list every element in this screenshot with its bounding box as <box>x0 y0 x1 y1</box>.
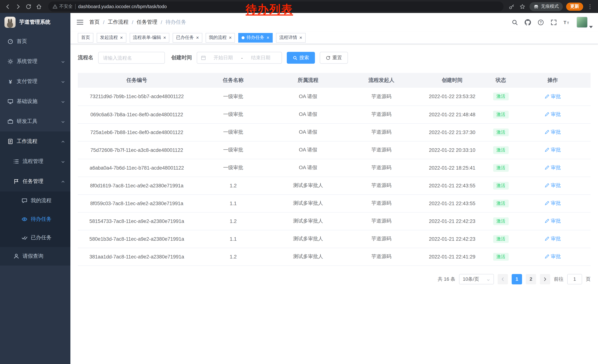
content-area: 流程名 创建时间 开始日期 - 结束日期 搜索 重 <box>70 44 598 364</box>
tab-process-detail[interactable]: 流程详情 × <box>276 33 306 42</box>
pencil-icon <box>544 165 549 170</box>
breadcrumb-workflow[interactable]: 工作流程 <box>108 19 129 25</box>
address-bar[interactable]: 不安全 dashboard.yudao.iocoder.cn/bpm/task/… <box>48 1 504 11</box>
tab-start-process[interactable]: 发起流程 × <box>97 33 126 42</box>
sidebar-item-leave-query[interactable]: 请假查询 <box>0 247 70 266</box>
update-button[interactable]: 更新 <box>566 2 583 11</box>
browser-actions: 无痕模式 更新 ⋮ <box>508 2 595 11</box>
sidebar-item-task-management[interactable]: 任务管理 <box>0 171 70 191</box>
approve-button[interactable]: 审批 <box>544 164 561 171</box>
chevron-down-icon <box>61 59 65 64</box>
security-chip[interactable]: 不安全 <box>53 3 73 10</box>
sidebar-item-system[interactable]: 系统管理 <box>0 51 70 72</box>
approve-button[interactable]: 审批 <box>544 253 561 260</box>
tab-process-form-edit[interactable]: 流程表单-编辑 × <box>130 33 169 42</box>
sidebar-item-my-process[interactable]: 我的流程 <box>0 191 70 210</box>
font-size-icon[interactable]: TT <box>561 16 573 28</box>
forward-icon[interactable] <box>13 2 23 11</box>
approve-button[interactable]: 审批 <box>544 182 561 189</box>
prev-page-button[interactable] <box>498 274 508 284</box>
back-icon[interactable] <box>3 2 13 11</box>
app-logo[interactable]: 芋道管理系统 <box>0 13 70 32</box>
status-badge: 激活 <box>493 146 509 154</box>
tab-done-tasks[interactable]: 已办任务 × <box>173 33 202 42</box>
column-header-actions: 操作 <box>515 73 590 88</box>
sidebar-item-label: 研发工具 <box>17 118 37 125</box>
browser-menu-icon[interactable]: ⋮ <box>587 3 594 10</box>
approve-label: 审批 <box>551 235 561 242</box>
action-cell: 审批 <box>515 123 590 141</box>
process-name-input[interactable] <box>98 52 165 64</box>
status-badge: 激活 <box>493 235 509 243</box>
pencil-icon <box>544 147 549 152</box>
github-icon[interactable] <box>522 16 534 28</box>
task-id-cell: 069c6a63-7b8a-11ec-8ef0-acde48001122 <box>78 105 196 123</box>
tab-home[interactable]: 首页 <box>78 33 93 42</box>
sidebar-item-process-management[interactable]: 流程管理 <box>0 152 70 171</box>
table-row: 8f059c03-7ac8-11ec-a9e2-a2380e71991a1.1测… <box>78 194 590 212</box>
sidebar-toggle-icon[interactable] <box>76 18 84 26</box>
sidebar-item-devtools[interactable]: 研发工具 <box>0 112 70 131</box>
sidebar-item-workflow[interactable]: 工作流程 <box>0 131 70 152</box>
status-cell: 激活 <box>487 248 515 266</box>
fullscreen-icon[interactable] <box>548 16 560 28</box>
initiator-cell: 芋道源码 <box>346 177 417 194</box>
bookmark-star-icon[interactable] <box>519 3 526 10</box>
breadcrumb-home[interactable]: 首页 <box>89 19 100 25</box>
tab-my-process[interactable]: 我的流程 × <box>206 33 235 42</box>
approve-button[interactable]: 审批 <box>544 200 561 207</box>
sidebar-item-home[interactable]: 首页 <box>0 32 70 51</box>
screen: 不安全 dashboard.yudao.iocoder.cn/bpm/task/… <box>0 0 598 364</box>
page-size-select[interactable]: 10条/页 <box>459 274 494 284</box>
task-id-cell: 580e1b3d-7ac8-11ec-a9e2-a2380e71991a <box>78 230 196 248</box>
yen-icon: ¥ <box>8 79 13 84</box>
initiator-cell: 芋道源码 <box>346 230 417 248</box>
search-button[interactable]: 搜索 <box>287 52 315 64</box>
sidebar-item-infrastructure[interactable]: 基础设施 <box>0 91 70 112</box>
close-icon[interactable]: × <box>229 35 232 40</box>
pagination: 共 16 条 10条/页 1 2 前往 页 <box>78 274 590 284</box>
approve-button[interactable]: 审批 <box>544 147 561 153</box>
page-button-2[interactable]: 2 <box>526 274 536 284</box>
page-button-1[interactable]: 1 <box>512 274 522 284</box>
search-icon[interactable] <box>509 16 521 28</box>
sidebar-menu: 首页 系统管理 ¥ 支付管理 基础设施 <box>0 32 70 364</box>
main-panel: 首页 / 工作流程 / 任务管理 / 待办任务 ? TT <box>70 13 598 364</box>
end-date-placeholder: 结束日期 <box>243 54 278 61</box>
breadcrumb-task-management[interactable]: 任务管理 <box>137 19 158 25</box>
home-icon[interactable] <box>34 2 44 11</box>
sidebar-item-label: 我的流程 <box>31 197 51 204</box>
create-time-cell: 2022-01-22 23:53:32 <box>417 88 487 105</box>
status-cell: 激活 <box>487 88 515 105</box>
caret-down-icon <box>589 23 593 27</box>
reload-icon[interactable] <box>24 2 33 11</box>
next-page-button[interactable] <box>540 274 550 284</box>
user-menu[interactable] <box>576 17 593 28</box>
approve-button[interactable]: 审批 <box>544 93 561 100</box>
approve-label: 审批 <box>551 147 561 153</box>
create-time-cell: 2022-01-21 22:43:55 <box>417 177 487 194</box>
approve-button[interactable]: 审批 <box>544 111 561 118</box>
sidebar-item-done-tasks[interactable]: 已办任务 <box>0 228 70 247</box>
task-id-cell: 75d72608-7b7f-11ec-a3c8-acde48001122 <box>78 141 196 159</box>
task-id-cell: 381aa1dd-7ac8-11ec-a9e2-a2380e71991a <box>78 248 196 266</box>
close-icon[interactable]: × <box>196 35 199 40</box>
sidebar-item-todo-tasks[interactable]: 待办任务 <box>0 210 70 228</box>
help-icon[interactable]: ? <box>535 16 547 28</box>
create-time-cell: 2022-01-22 21:37:30 <box>417 123 487 141</box>
create-time-range-picker[interactable]: 开始日期 - 结束日期 <box>197 52 282 64</box>
approve-button[interactable]: 审批 <box>544 235 561 242</box>
close-icon[interactable]: × <box>299 35 302 40</box>
approve-button[interactable]: 审批 <box>544 218 561 224</box>
key-icon[interactable] <box>508 3 515 10</box>
close-icon[interactable]: × <box>120 35 123 40</box>
sidebar-item-payment[interactable]: ¥ 支付管理 <box>0 72 70 91</box>
close-icon[interactable]: × <box>163 35 166 40</box>
status-cell: 激活 <box>487 141 515 159</box>
approve-button[interactable]: 审批 <box>544 129 561 136</box>
close-icon[interactable]: × <box>266 35 269 40</box>
tab-label: 发起流程 <box>100 34 118 41</box>
tab-todo-tasks[interactable]: 待办任务 × <box>238 33 273 42</box>
reset-button[interactable]: 重置 <box>320 52 348 64</box>
goto-page-input[interactable] <box>567 274 582 284</box>
